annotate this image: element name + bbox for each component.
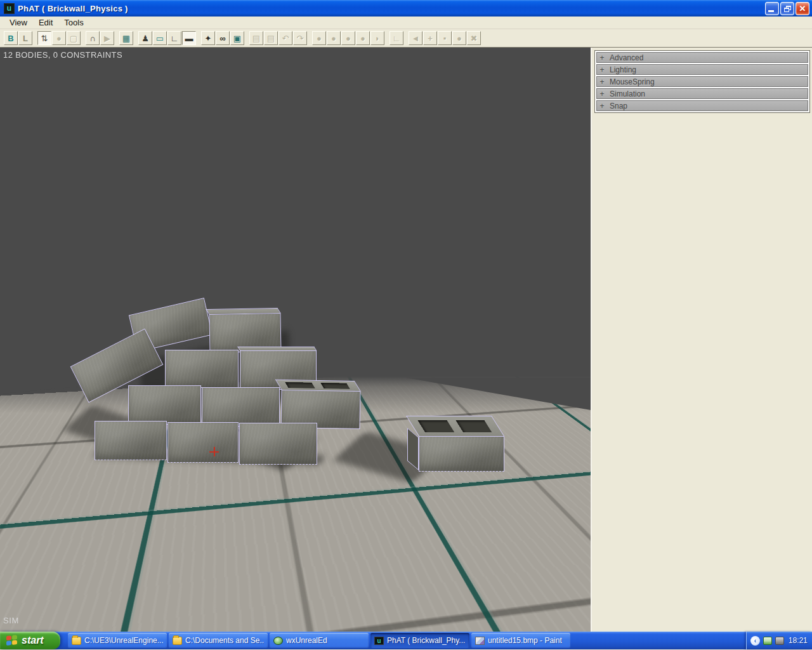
toolbar-button-snap-toggle[interactable]: ∩	[86, 31, 100, 45]
taskbar-task-folder[interactable]: C:\UE3\UnrealEngine...	[68, 633, 167, 648]
toolbar-button-redo[interactable]: ↷	[293, 31, 307, 45]
toolbar-button-show-influences[interactable]: ▣	[230, 31, 244, 45]
toolbar-button-draw-ground-box[interactable]: ▬	[182, 31, 196, 45]
expand-plus-icon[interactable]: +	[597, 53, 607, 62]
instance-properties-icon: ▦	[122, 34, 130, 43]
toolbar-button-draw-skeleton[interactable]: ♟	[138, 31, 152, 45]
delete-primitive-icon: ◗	[375, 34, 380, 43]
toolbar-button-snap-constraint[interactable]: ●	[452, 31, 466, 45]
property-categories: +Advanced+Lighting+MouseSpring+Simulatio…	[594, 50, 810, 113]
panel-section-mousespring[interactable]: +MouseSpring	[596, 76, 808, 87]
physics-body-brick-11[interactable]	[239, 423, 317, 465]
unreal-icon	[273, 637, 283, 645]
3d-viewport[interactable]: 12 BODIES, 0 CONSTRAINTS SIM	[0, 48, 591, 632]
task-label: C:\Documents and Se...	[185, 636, 264, 645]
menu-item-edit[interactable]: Edit	[33, 17, 58, 29]
menu-item-view[interactable]: View	[4, 17, 33, 29]
expand-plus-icon[interactable]: +	[597, 102, 607, 110]
menu-item-tools[interactable]: Tools	[58, 17, 89, 29]
physics-body-brick-10[interactable]	[167, 422, 239, 463]
folder-icon	[72, 637, 81, 645]
start-button[interactable]: start	[0, 632, 60, 649]
add-box-icon: ●	[346, 34, 351, 43]
taskbar-clock: 18:21	[789, 636, 808, 645]
panel-section-snap[interactable]: +Snap	[596, 100, 808, 111]
task-label: untitled15.bmp - Paint	[488, 636, 562, 645]
folder-icon	[173, 637, 182, 645]
hide-icons-chevron-icon[interactable]: ‹	[750, 636, 760, 646]
toolbar-button-delete-primitive[interactable]: ◗	[370, 31, 384, 45]
minimize-button[interactable]	[765, 2, 779, 15]
show-contacts-icon: ∞	[219, 34, 225, 43]
toolbar-button-body-edit-mode[interactable]: B	[4, 31, 18, 45]
toolbar-button-translation-mode[interactable]: ●	[52, 31, 66, 45]
physics-body-brick-12[interactable]	[419, 436, 504, 472]
rotation-mode-icon: ⇅	[41, 34, 48, 43]
taskbar-task-phat[interactable]: uPhAT ( Brickwall_Phy...	[370, 633, 469, 648]
redo-icon: ↷	[297, 34, 304, 43]
draw-ground-box-icon: ▬	[185, 34, 193, 43]
expand-plus-icon[interactable]: +	[597, 90, 607, 98]
panel-section-label: Snap	[610, 102, 627, 110]
restore-button[interactable]	[780, 2, 794, 15]
physics-body-brick-4[interactable]	[165, 350, 239, 388]
toolbar-button-delete-constraint[interactable]: ✖	[467, 31, 481, 45]
duplicate-primitive-icon: ●	[360, 34, 365, 43]
toolbar-button-enable-collision[interactable]: ▤	[264, 31, 278, 45]
physics-body-brick-9[interactable]	[95, 421, 167, 460]
expand-plus-icon[interactable]: +	[597, 77, 607, 86]
panel-section-advanced[interactable]: +Advanced	[596, 52, 808, 63]
removable-device-icon[interactable]	[763, 637, 772, 645]
add-constraint-icon: +	[428, 34, 433, 43]
window-title: PhAT ( Brickwall_Physics )	[18, 4, 128, 13]
phat-icon: u	[374, 637, 384, 645]
toolbar-button-reset-constraint[interactable]: ▪	[438, 31, 452, 45]
disable-collision-icon: ▤	[252, 34, 260, 43]
enable-collision-icon: ▤	[267, 34, 275, 43]
toolbar-button-add-sphere[interactable]: ●	[312, 31, 326, 45]
windows-flag-icon	[6, 635, 18, 646]
focus-crosshair-icon	[209, 447, 219, 456]
cinder-block-hole	[285, 382, 315, 388]
taskbar-task-unreal[interactable]: wxUnrealEd	[270, 633, 369, 648]
brick-front-face	[165, 350, 239, 388]
expand-plus-icon[interactable]: +	[597, 65, 607, 74]
physics-body-brick-7[interactable]	[202, 387, 280, 427]
toolbar-button-add-sphyl[interactable]: ●	[327, 31, 341, 45]
toolbar-button-instance-properties[interactable]: ▦	[119, 31, 133, 45]
brick-front-face	[419, 436, 504, 472]
taskbar-task-folder[interactable]: C:\Documents and Se...	[169, 633, 268, 648]
toolbar-button-scale-mode[interactable]: ▢	[67, 31, 81, 45]
constraint-edit-mode-icon: L	[23, 34, 28, 43]
close-button[interactable]: ✕	[796, 2, 809, 15]
floor-grid	[0, 48, 591, 632]
display-settings-icon[interactable]	[775, 637, 784, 645]
toolbar-button-rotation-mode[interactable]: ⇅	[37, 31, 51, 45]
toolbar-button-reset-bone-transform[interactable]: ∟	[390, 31, 403, 45]
toolbar-button-add-box[interactable]: ●	[341, 31, 355, 45]
start-label: start	[22, 635, 44, 646]
toolbar-button-draw-constraint-limits[interactable]: ∟	[167, 31, 181, 45]
toolbar-button-disable-collision[interactable]: ▤	[249, 31, 263, 45]
physics-body-brick-6[interactable]	[128, 385, 201, 425]
snap-constraint-icon: ●	[457, 34, 462, 43]
toolbar-button-constraint-edit-mode[interactable]: L	[18, 31, 32, 45]
show-influences-icon: ▣	[233, 34, 241, 43]
cinder-block-hole	[417, 420, 454, 432]
toolbar-button-undo[interactable]: ↶	[278, 31, 292, 45]
prev-constraint-icon: ◄	[412, 34, 420, 43]
toolbar-button-duplicate-primitive[interactable]: ●	[356, 31, 370, 45]
toolbar-button-show-contacts[interactable]: ∞	[216, 31, 230, 45]
panel-section-simulation[interactable]: +Simulation	[596, 88, 808, 99]
toolbar-button-draw-wireframe[interactable]: ▭	[153, 31, 167, 45]
show-hierarchy-icon: ✦	[205, 34, 212, 43]
taskbar-task-paint[interactable]: untitled15.bmp - Paint	[471, 633, 570, 648]
toolbar-button-add-constraint[interactable]: +	[423, 31, 437, 45]
viewport-status-text: 12 BODIES, 0 CONSTRAINTS	[3, 50, 122, 60]
translation-mode-icon: ●	[56, 34, 62, 43]
toolbar-button-prev-constraint[interactable]: ◄	[409, 31, 422, 45]
panel-section-lighting[interactable]: +Lighting	[596, 64, 808, 75]
toolbar-button-show-hierarchy[interactable]: ✦	[201, 31, 215, 45]
toolbar-button-copy-properties[interactable]: ▶	[100, 31, 114, 45]
system-tray: ‹ 18:21	[746, 632, 812, 649]
